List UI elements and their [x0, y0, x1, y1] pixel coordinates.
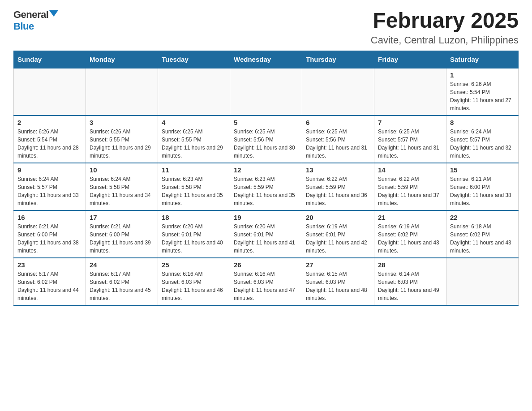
calendar-cell: 10Sunrise: 6:24 AMSunset: 5:58 PMDayligh… [86, 163, 158, 210]
day-number: 10 [90, 166, 154, 174]
calendar-cell: 14Sunrise: 6:22 AMSunset: 5:59 PMDayligh… [374, 163, 446, 210]
day-number: 21 [378, 214, 442, 221]
day-header-friday: Friday [374, 51, 446, 68]
day-header-sunday: Sunday [14, 51, 86, 68]
calendar-cell: 2Sunrise: 6:26 AMSunset: 5:54 PMDaylight… [14, 116, 86, 163]
week-row-4: 16Sunrise: 6:21 AMSunset: 6:00 PMDayligh… [14, 210, 519, 258]
day-info: Sunrise: 6:19 AMSunset: 6:02 PMDaylight:… [378, 223, 442, 255]
day-number: 11 [162, 166, 226, 174]
calendar-cell [158, 68, 230, 116]
logo: General Blue [13, 9, 58, 32]
day-info: Sunrise: 6:18 AMSunset: 6:02 PMDaylight:… [450, 223, 515, 255]
day-info: Sunrise: 6:21 AMSunset: 6:00 PMDaylight:… [17, 223, 82, 255]
day-info: Sunrise: 6:21 AMSunset: 6:00 PMDaylight:… [450, 175, 515, 207]
day-header-thursday: Thursday [302, 51, 374, 68]
day-info: Sunrise: 6:17 AMSunset: 6:02 PMDaylight:… [90, 270, 154, 302]
calendar-cell: 23Sunrise: 6:17 AMSunset: 6:02 PMDayligh… [14, 258, 86, 305]
day-info: Sunrise: 6:23 AMSunset: 5:59 PMDaylight:… [234, 175, 298, 207]
day-number: 17 [90, 214, 154, 221]
day-number: 23 [17, 261, 82, 269]
day-info: Sunrise: 6:25 AMSunset: 5:56 PMDaylight:… [306, 128, 370, 160]
calendar-cell [374, 68, 446, 116]
day-info: Sunrise: 6:14 AMSunset: 6:03 PMDaylight:… [378, 270, 442, 302]
day-info: Sunrise: 6:22 AMSunset: 5:59 PMDaylight:… [306, 175, 370, 207]
calendar-cell [230, 68, 302, 116]
calendar-cell: 22Sunrise: 6:18 AMSunset: 6:02 PMDayligh… [446, 210, 519, 258]
calendar-cell: 24Sunrise: 6:17 AMSunset: 6:02 PMDayligh… [86, 258, 158, 305]
day-number: 9 [17, 166, 82, 174]
calendar-cell: 5Sunrise: 6:25 AMSunset: 5:56 PMDaylight… [230, 116, 302, 163]
calendar-cell: 4Sunrise: 6:25 AMSunset: 5:55 PMDaylight… [158, 116, 230, 163]
day-number: 18 [162, 214, 226, 221]
page-header: General Blue February 2025 Cavite, Centr… [13, 9, 519, 46]
day-number: 2 [17, 119, 82, 126]
day-info: Sunrise: 6:17 AMSunset: 6:02 PMDaylight:… [17, 270, 82, 302]
calendar-cell [446, 258, 519, 305]
day-number: 22 [450, 214, 515, 221]
logo-general-text: General [13, 9, 48, 21]
day-number: 6 [306, 119, 370, 126]
day-number: 26 [234, 261, 298, 269]
day-number: 4 [162, 119, 226, 126]
calendar-table: SundayMondayTuesdayWednesdayThursdayFrid… [13, 51, 519, 306]
day-number: 3 [90, 119, 154, 126]
calendar-cell: 12Sunrise: 6:23 AMSunset: 5:59 PMDayligh… [230, 163, 302, 210]
day-info: Sunrise: 6:25 AMSunset: 5:56 PMDaylight:… [234, 128, 298, 160]
calendar-cell: 18Sunrise: 6:20 AMSunset: 6:01 PMDayligh… [158, 210, 230, 258]
day-info: Sunrise: 6:25 AMSunset: 5:57 PMDaylight:… [378, 128, 442, 160]
week-row-3: 9Sunrise: 6:24 AMSunset: 5:57 PMDaylight… [14, 163, 519, 210]
calendar-cell: 11Sunrise: 6:23 AMSunset: 5:58 PMDayligh… [158, 163, 230, 210]
day-info: Sunrise: 6:23 AMSunset: 5:58 PMDaylight:… [162, 175, 226, 207]
day-number: 19 [234, 214, 298, 221]
calendar-cell [14, 68, 86, 116]
day-info: Sunrise: 6:16 AMSunset: 6:03 PMDaylight:… [234, 270, 298, 302]
calendar-cell: 25Sunrise: 6:16 AMSunset: 6:03 PMDayligh… [158, 258, 230, 305]
calendar-cell: 20Sunrise: 6:19 AMSunset: 6:01 PMDayligh… [302, 210, 374, 258]
day-info: Sunrise: 6:25 AMSunset: 5:55 PMDaylight:… [162, 128, 226, 160]
calendar-cell: 9Sunrise: 6:24 AMSunset: 5:57 PMDaylight… [14, 163, 86, 210]
day-info: Sunrise: 6:24 AMSunset: 5:58 PMDaylight:… [90, 175, 154, 207]
day-info: Sunrise: 6:26 AMSunset: 5:55 PMDaylight:… [90, 128, 154, 160]
week-row-2: 2Sunrise: 6:26 AMSunset: 5:54 PMDaylight… [14, 116, 519, 163]
title-area: February 2025 Cavite, Central Luzon, Phi… [371, 9, 519, 46]
day-header-monday: Monday [86, 51, 158, 68]
calendar-cell: 26Sunrise: 6:16 AMSunset: 6:03 PMDayligh… [230, 258, 302, 305]
day-number: 20 [306, 214, 370, 221]
day-info: Sunrise: 6:20 AMSunset: 6:01 PMDaylight:… [234, 223, 298, 255]
day-info: Sunrise: 6:15 AMSunset: 6:03 PMDaylight:… [306, 270, 370, 302]
calendar-cell: 6Sunrise: 6:25 AMSunset: 5:56 PMDaylight… [302, 116, 374, 163]
day-header-row: SundayMondayTuesdayWednesdayThursdayFrid… [14, 51, 519, 68]
day-number: 24 [90, 261, 154, 269]
calendar-cell: 28Sunrise: 6:14 AMSunset: 6:03 PMDayligh… [374, 258, 446, 305]
calendar-body: 1Sunrise: 6:26 AMSunset: 5:54 PMDaylight… [14, 68, 519, 305]
day-number: 7 [378, 119, 442, 126]
calendar-cell: 1Sunrise: 6:26 AMSunset: 5:54 PMDaylight… [446, 68, 519, 116]
day-number: 13 [306, 166, 370, 174]
week-row-1: 1Sunrise: 6:26 AMSunset: 5:54 PMDaylight… [14, 68, 519, 116]
day-info: Sunrise: 6:20 AMSunset: 6:01 PMDaylight:… [162, 223, 226, 255]
day-info: Sunrise: 6:22 AMSunset: 5:59 PMDaylight:… [378, 175, 442, 207]
day-number: 12 [234, 166, 298, 174]
day-number: 28 [378, 261, 442, 269]
day-info: Sunrise: 6:21 AMSunset: 6:00 PMDaylight:… [90, 223, 154, 255]
day-info: Sunrise: 6:19 AMSunset: 6:01 PMDaylight:… [306, 223, 370, 255]
day-info: Sunrise: 6:24 AMSunset: 5:57 PMDaylight:… [450, 128, 515, 160]
week-row-5: 23Sunrise: 6:17 AMSunset: 6:02 PMDayligh… [14, 258, 519, 305]
day-number: 15 [450, 166, 515, 174]
calendar-cell: 13Sunrise: 6:22 AMSunset: 5:59 PMDayligh… [302, 163, 374, 210]
location-title: Cavite, Central Luzon, Philippines [371, 34, 519, 46]
day-info: Sunrise: 6:26 AMSunset: 5:54 PMDaylight:… [450, 80, 515, 112]
day-number: 14 [378, 166, 442, 174]
calendar-cell: 19Sunrise: 6:20 AMSunset: 6:01 PMDayligh… [230, 210, 302, 258]
day-header-wednesday: Wednesday [230, 51, 302, 68]
calendar-cell: 3Sunrise: 6:26 AMSunset: 5:55 PMDaylight… [86, 116, 158, 163]
day-number: 5 [234, 119, 298, 126]
day-number: 16 [17, 214, 82, 221]
calendar-cell: 8Sunrise: 6:24 AMSunset: 5:57 PMDaylight… [446, 116, 519, 163]
calendar-header: SundayMondayTuesdayWednesdayThursdayFrid… [14, 51, 519, 68]
calendar-cell [302, 68, 374, 116]
day-header-tuesday: Tuesday [158, 51, 230, 68]
calendar-cell: 15Sunrise: 6:21 AMSunset: 6:00 PMDayligh… [446, 163, 519, 210]
day-number: 1 [450, 71, 515, 79]
day-number: 8 [450, 119, 515, 126]
